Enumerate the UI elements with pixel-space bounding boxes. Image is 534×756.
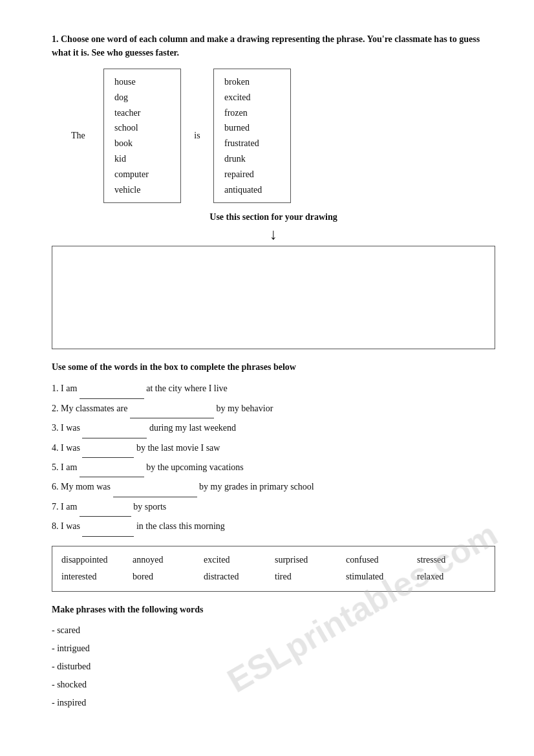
column2-box: broken excited frozen burned frustrated …: [213, 69, 291, 203]
list-item: 3. I was during my last weekend: [52, 418, 495, 438]
list-item: - shocked: [52, 676, 495, 694]
blank-5[interactable]: [80, 458, 144, 477]
exercise1-table-area: The house dog teacher school book kid co…: [71, 69, 495, 203]
blank-2[interactable]: [130, 399, 214, 418]
phrases-list: 1. I am at the city where I live 2. My c…: [52, 379, 495, 536]
column1-box: house dog teacher school book kid comput…: [103, 69, 181, 203]
blank-7[interactable]: [80, 497, 131, 517]
list-item: 7. I am by sports: [52, 497, 495, 517]
blank-6[interactable]: [113, 477, 197, 497]
arrow-down-icon: ↓: [52, 226, 495, 242]
exercise3-title: Make phrases with the following words: [52, 605, 495, 615]
list-item: 4. I was by the last movie I saw: [52, 438, 495, 458]
words-row1: disappointed annoyed excited surprised c…: [61, 552, 486, 569]
words-box: disappointed annoyed excited surprised c…: [52, 546, 495, 592]
list-item: 2. My classmates are by my behavior: [52, 399, 495, 418]
drawing-label: Use this section for your drawing: [52, 212, 495, 222]
blank-3[interactable]: [82, 418, 147, 438]
instruction-text: 1. Choose one word of each column and ma…: [52, 34, 480, 58]
exercise2-title: Use some of the words in the box to comp…: [52, 362, 495, 373]
list-item: 8. I was in the class this morning: [52, 517, 495, 536]
blank-8[interactable]: [82, 517, 134, 536]
list-item: 1. I am at the city where I live: [52, 379, 495, 398]
list-item: - disturbed: [52, 658, 495, 676]
list-item: 6. My mom was by my grades in primary sc…: [52, 477, 495, 497]
blank-1[interactable]: [80, 379, 144, 398]
list-item: - inspired: [52, 694, 495, 712]
words-row2: interested bored distracted tired stimul…: [61, 568, 486, 586]
the-label: The: [71, 131, 97, 141]
blank-4[interactable]: [82, 438, 134, 458]
list-item: - intrigued: [52, 640, 495, 658]
drawing-area[interactable]: [52, 246, 495, 349]
make-phrases-list: - scared - intrigued - disturbed - shock…: [52, 621, 495, 712]
exercise1-instruction: 1. Choose one word of each column and ma…: [52, 32, 495, 59]
is-label: is: [187, 131, 207, 141]
list-item: 5. I am by the upcoming vacations: [52, 458, 495, 477]
list-item: - scared: [52, 621, 495, 640]
